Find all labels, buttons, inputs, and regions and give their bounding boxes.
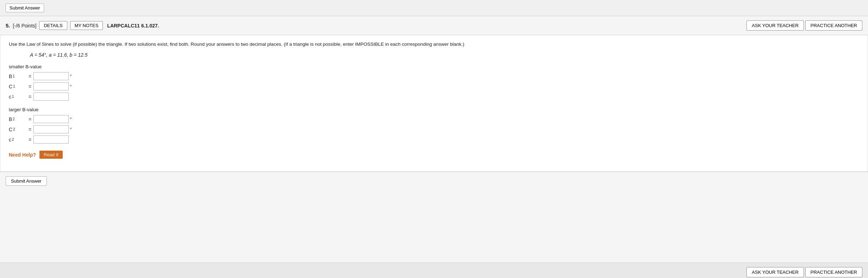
c1-lower-input[interactable] [33,93,69,101]
submit-answer-button[interactable]: Submit Answer [6,176,47,186]
c2-equals: = [29,127,31,132]
practice-another-button-bottom[interactable]: PRACTICE ANOTHER [805,267,862,277]
c1-equals: = [29,84,31,89]
b2-equals: = [29,116,31,122]
smaller-b-label: smaller B-value [9,64,859,69]
c2-lower-input[interactable] [33,135,69,144]
b1-degree: ° [70,74,72,79]
main-container: 5. [-/6 Points] DETAILS MY NOTES LARPCAL… [0,16,868,263]
submit-answer-top-button[interactable]: Submit Answer [6,4,44,12]
question-body: Use the Law of Sines to solve (if possib… [0,35,868,172]
ask-teacher-button-bottom[interactable]: ASK YOUR TEACHER [746,267,804,277]
c1-degree: ° [70,84,72,89]
given-values: A = 54°, a = 11.6, b = 12.5 [30,52,859,58]
b2-label: B2 [9,116,26,122]
c2-lower-equals: = [29,137,31,143]
c1-lower-row: c1 = [9,93,859,101]
larger-b-section: larger B-value B2 = ° C2 = ° c2 = [9,107,859,144]
question-code: LARPCALC11 6.1.027. [107,23,159,29]
submit-section: Submit Answer [0,172,868,190]
b1-equals: = [29,74,31,79]
need-help-row: Need Help? Read It [9,151,859,159]
b1-label: B1 [9,74,26,79]
c2-lower-label: c2 [9,137,26,143]
c2-lower-row: c2 = [9,135,859,144]
c2-label: C2 [9,127,26,132]
question-number: 5. [6,23,10,29]
c2-row: C2 = ° [9,125,859,133]
b2-row: B2 = ° [9,115,859,123]
question-text: Use the Law of Sines to solve (if possib… [9,41,859,48]
c2-degree: ° [70,127,72,132]
c2-input[interactable] [33,125,69,133]
question-header: 5. [-/6 Points] DETAILS MY NOTES LARPCAL… [0,16,868,35]
question-header-left: 5. [-/6 Points] DETAILS MY NOTES LARPCAL… [6,21,159,30]
my-notes-button[interactable]: MY NOTES [70,21,103,30]
details-button[interactable]: DETAILS [39,21,67,30]
c1-row: C1 = ° [9,82,859,90]
read-it-button[interactable]: Read It [39,151,63,159]
practice-another-button-top[interactable]: PRACTICE ANOTHER [805,20,862,31]
question-header-right: ASK YOUR TEACHER PRACTICE ANOTHER [746,20,862,31]
need-help-text: Need Help? [9,152,36,158]
larger-b-label: larger B-value [9,107,859,112]
bottom-bar: ASK YOUR TEACHER PRACTICE ANOTHER [0,263,868,278]
points-label: [-/6 Points] [13,23,37,29]
b1-input[interactable] [33,72,69,80]
b2-input[interactable] [33,115,69,123]
smaller-b-section: smaller B-value B1 = ° C1 = ° c1 = [9,64,859,101]
c1-input[interactable] [33,82,69,90]
c1-lower-equals: = [29,94,31,100]
c1-label: C1 [9,84,26,89]
c1-lower-label: c1 [9,94,26,100]
b2-degree: ° [70,116,72,122]
ask-teacher-button-top[interactable]: ASK YOUR TEACHER [746,20,804,31]
top-bar: Submit Answer [0,0,868,16]
b1-row: B1 = ° [9,72,859,80]
given-text: A = 54°, a = 11.6, b = 12.5 [30,52,87,58]
